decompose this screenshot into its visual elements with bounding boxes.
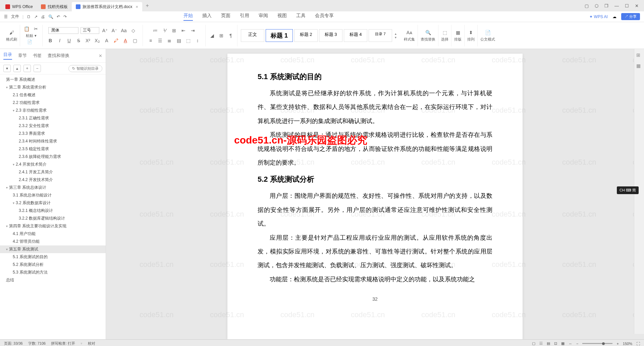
- subscript-icon[interactable]: X₂: [94, 37, 101, 44]
- bullets-icon[interactable]: ≔: [152, 27, 159, 34]
- minimize-icon[interactable]: —: [614, 3, 619, 8]
- proofread[interactable]: 校对: [88, 341, 95, 346]
- shading-icon[interactable]: ◢: [208, 32, 216, 39]
- format-painter[interactable]: 格式刷: [6, 37, 17, 42]
- tab-wps-home[interactable]: WPS Office: [1, 2, 37, 11]
- strike-icon[interactable]: S̶: [75, 37, 82, 44]
- preview-icon[interactable]: 🔍: [48, 14, 53, 19]
- toc-item[interactable]: 3.2.1 概念结构设计: [0, 207, 106, 215]
- export-icon[interactable]: ↗: [34, 14, 38, 19]
- clear-format-icon[interactable]: ◇: [129, 27, 137, 34]
- cut-icon[interactable]: ✂: [32, 25, 40, 33]
- zoom-slider[interactable]: [582, 343, 612, 344]
- toc-item[interactable]: 2.3.4 时间特殊性需求: [0, 137, 106, 145]
- style-body[interactable]: 正文: [241, 29, 264, 42]
- zoom-out-icon[interactable]: −: [576, 342, 578, 346]
- sidebar-close-icon[interactable]: ✕: [99, 53, 102, 58]
- italic-icon[interactable]: I: [56, 37, 63, 44]
- toc-item[interactable]: 2.1 任务概述: [0, 91, 106, 99]
- toc-item[interactable]: ▾2.3 非功能性需求: [0, 107, 106, 114]
- docmode-icon[interactable]: 📄: [484, 29, 491, 36]
- tool-icon[interactable]: ▦: [636, 63, 642, 69]
- paste-button[interactable]: 粘贴: [26, 34, 33, 38]
- cloud-icon[interactable]: ☁: [612, 14, 616, 19]
- view-icon[interactable]: ↔: [569, 342, 572, 346]
- zoom-level[interactable]: 150%: [623, 342, 632, 346]
- select-button[interactable]: 选择: [441, 37, 448, 42]
- tab-member[interactable]: 会员专享: [315, 13, 334, 21]
- tab-review[interactable]: 审阅: [259, 13, 268, 21]
- copy-icon[interactable]: 📋: [23, 25, 30, 33]
- settings-icon[interactable]: ❐: [604, 3, 608, 8]
- spellcheck-status[interactable]: 拼写检查: 打开: [51, 341, 75, 346]
- toc-item[interactable]: ▾第四章 系统主要功能设计及实现: [0, 222, 106, 230]
- sidetab-find[interactable]: 查找和替换: [48, 53, 69, 59]
- increase-font-icon[interactable]: A⁺: [101, 27, 109, 34]
- toc-item[interactable]: 第一章 系统概述: [0, 76, 106, 83]
- tab-start[interactable]: 开始: [183, 13, 193, 21]
- tab-reference[interactable]: 引用: [240, 13, 249, 21]
- toc-item[interactable]: 2.3.1 正确性需求: [0, 114, 106, 122]
- format-painter-icon[interactable]: 🖌: [8, 29, 15, 36]
- view-icon[interactable]: ▢: [532, 341, 535, 346]
- tab-tools[interactable]: 工具: [296, 13, 306, 21]
- file-menu[interactable]: 文件: [11, 14, 19, 19]
- tool-icon[interactable]: ⊞: [636, 52, 642, 58]
- style-down-icon[interactable]: ▾: [395, 36, 396, 39]
- layout-button[interactable]: 排版: [454, 37, 462, 42]
- toc-item[interactable]: ▾第二章 系统需求分析: [0, 83, 106, 91]
- align-center-icon[interactable]: ☰: [156, 37, 164, 44]
- toc-item[interactable]: 2.3.3 界面需求: [0, 130, 106, 137]
- toc-item[interactable]: 2.4.2 开发技术简介: [0, 176, 106, 184]
- toc-item[interactable]: 2.3.2 安全性需求: [0, 122, 106, 130]
- new-tab-button[interactable]: +: [146, 3, 149, 9]
- superscript-icon[interactable]: X²: [84, 37, 92, 44]
- toc-item[interactable]: 5.2 系统测试分析: [0, 261, 106, 269]
- toc-item[interactable]: ▾3.2 系统数据库设计: [0, 199, 106, 207]
- toc-item[interactable]: ▾第五章 系统测试: [0, 245, 106, 253]
- close-window-icon[interactable]: ✕: [635, 3, 639, 8]
- view-icon[interactable]: ⊡: [554, 341, 557, 346]
- arrange-icon[interactable]: ⬍: [467, 29, 475, 36]
- style-h2[interactable]: 标题 2: [294, 29, 318, 42]
- docmode-button[interactable]: 公文模式: [480, 37, 495, 42]
- toc-item[interactable]: 3.2.2 数据库逻辑结构设计: [0, 215, 106, 222]
- redo-icon[interactable]: ↷: [63, 14, 67, 19]
- case-icon[interactable]: Aa: [120, 27, 127, 34]
- style-toc[interactable]: 目录 7: [369, 29, 392, 42]
- tab-templates[interactable]: 找稻壳模板: [37, 2, 72, 11]
- fullscreen-icon[interactable]: ⛶: [636, 342, 640, 346]
- indent-inc-icon[interactable]: ⇥: [189, 27, 197, 34]
- zoom-in-icon[interactable]: +: [616, 342, 619, 346]
- page-indicator[interactable]: 页面: 33/36: [4, 341, 23, 346]
- tab-insert[interactable]: 插入: [202, 13, 212, 21]
- font-select[interactable]: [48, 27, 78, 34]
- wps-ai-button[interactable]: ✦ WPS AI: [589, 14, 608, 19]
- indent-dec-icon[interactable]: ⇤: [180, 27, 187, 34]
- toc-item[interactable]: 2.4.1 开发工具简介: [0, 168, 106, 176]
- cube-icon[interactable]: ⬡: [595, 3, 598, 8]
- undo-icon[interactable]: ↶: [57, 14, 60, 19]
- save-icon[interactable]: 🗋: [27, 14, 31, 19]
- view-icon[interactable]: ▤: [547, 341, 550, 346]
- tab-view[interactable]: 视图: [277, 13, 287, 21]
- style-h3[interactable]: 标题 3: [319, 29, 342, 42]
- toc-item[interactable]: ▾第三章 系统总体设计: [0, 184, 106, 191]
- expand-icon[interactable]: ▴: [13, 65, 21, 72]
- close-icon[interactable]: ✕: [136, 5, 138, 9]
- border-icon[interactable]: ⊞: [218, 32, 225, 39]
- smart-toc-button[interactable]: ↻ 智能识别目录: [68, 65, 102, 72]
- toc-item[interactable]: 5.3 系统测试的方法: [0, 269, 106, 276]
- window-icon[interactable]: ▢: [585, 3, 589, 8]
- tab-document[interactable]: 旅游推荐系统设计文档.docx✕: [72, 2, 143, 11]
- style-h4[interactable]: 标题 4: [344, 29, 367, 42]
- marks-icon[interactable]: ¶: [227, 32, 234, 39]
- word-count[interactable]: 字数: 7106: [28, 341, 46, 346]
- bold-icon[interactable]: B: [47, 37, 54, 44]
- find-replace-button[interactable]: 查找替换: [421, 37, 435, 42]
- styleset-icon[interactable]: Aᴀ: [406, 29, 413, 36]
- tab-page[interactable]: 页面: [221, 13, 230, 21]
- sidetab-chapter[interactable]: 章节: [18, 53, 27, 59]
- add-icon[interactable]: +: [23, 65, 31, 72]
- styleset-button[interactable]: 样式集: [404, 37, 415, 42]
